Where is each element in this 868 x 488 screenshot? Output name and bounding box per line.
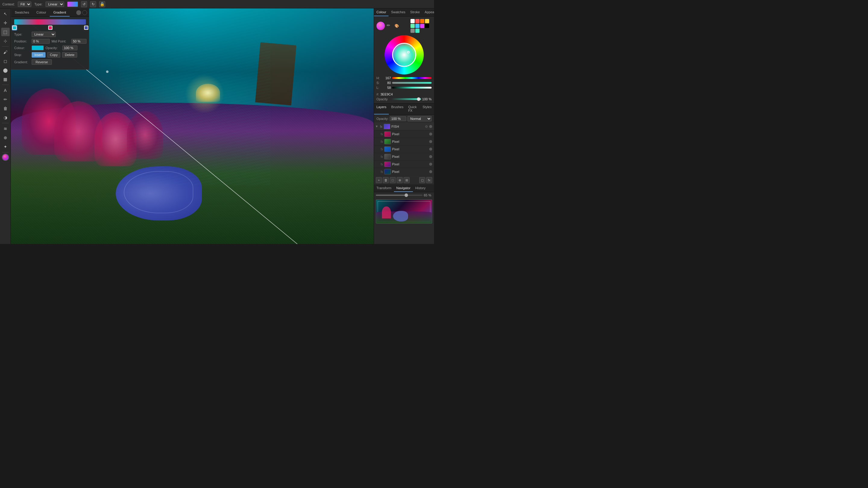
tool-move[interactable]: ✛ bbox=[1, 19, 10, 27]
lock-icon[interactable]: 🔒 bbox=[99, 1, 105, 7]
swatch-teal[interactable] bbox=[415, 29, 420, 33]
gradient-stop-mid[interactable] bbox=[48, 25, 52, 30]
opacity-label: Opacity: bbox=[45, 46, 61, 50]
tab-appearance[interactable]: Appearance bbox=[422, 8, 434, 16]
tool-eraser[interactable]: ◻ bbox=[1, 57, 10, 65]
swatch-red[interactable] bbox=[415, 19, 420, 23]
tool-crop[interactable]: ⊹ bbox=[1, 37, 10, 45]
panel-icon-1[interactable] bbox=[76, 10, 81, 15]
dot-4 bbox=[429, 163, 432, 166]
midpoint-input[interactable] bbox=[71, 39, 87, 44]
color-wheel[interactable] bbox=[384, 35, 424, 74]
zoom-handle[interactable] bbox=[404, 193, 408, 197]
tool-fill[interactable]: ⬤ bbox=[1, 66, 10, 74]
fx-btn[interactable]: fx bbox=[426, 177, 432, 183]
tool-text[interactable]: A bbox=[1, 86, 10, 95]
quick-fx-tab[interactable]: Quick FX bbox=[406, 104, 420, 115]
layer-item-1[interactable]: fx Pixel bbox=[374, 138, 434, 145]
gradient-bar[interactable] bbox=[14, 19, 86, 25]
tool-heal[interactable]: ✦ bbox=[1, 142, 10, 151]
swatch-yellow[interactable] bbox=[425, 19, 429, 23]
gradient-type-select[interactable]: Linear Radial Conical bbox=[32, 32, 56, 37]
merge-layer-btn[interactable]: ⊞ bbox=[404, 177, 410, 183]
tab-colour[interactable]: Colour bbox=[374, 8, 389, 16]
tab-swatches[interactable]: Swatches bbox=[389, 8, 408, 16]
tab-colour[interactable]: Colour bbox=[33, 9, 50, 17]
swatch-blue[interactable] bbox=[415, 24, 420, 28]
colour-row: Colour: Opacity: bbox=[11, 44, 89, 51]
mask-btn[interactable]: ◻ bbox=[419, 177, 425, 183]
stop-insert-btn[interactable]: Insert bbox=[32, 52, 45, 58]
tab-gradient[interactable]: Gradient bbox=[50, 9, 70, 17]
styles-tab[interactable]: Styles bbox=[420, 104, 434, 115]
opacity-bar[interactable] bbox=[391, 98, 421, 100]
layer-thumb-2 bbox=[384, 147, 391, 152]
swatch-black[interactable] bbox=[425, 24, 429, 28]
swatch-white[interactable] bbox=[410, 19, 415, 23]
context-select[interactable]: Fill bbox=[18, 1, 31, 7]
opacity-input[interactable] bbox=[62, 45, 78, 50]
swatch-orange[interactable] bbox=[420, 19, 424, 23]
panel-icon-2[interactable] bbox=[82, 10, 87, 15]
tool-pointer[interactable]: ↖ bbox=[1, 10, 10, 18]
stop-delete-btn[interactable]: Delete bbox=[62, 52, 77, 58]
zoom-bar[interactable] bbox=[376, 195, 423, 196]
tool-dodge[interactable]: ◑ bbox=[1, 113, 10, 122]
layer-item-0[interactable]: fx Pixel bbox=[374, 130, 434, 138]
gradient-stop-end[interactable] bbox=[84, 25, 88, 30]
color-swatch[interactable] bbox=[2, 154, 9, 161]
history-tab[interactable]: History bbox=[413, 185, 428, 192]
eyedropper-icon[interactable]: ✏ bbox=[387, 23, 393, 29]
group-layer-btn[interactable]: □ bbox=[390, 177, 396, 183]
jellyfish-body bbox=[196, 84, 220, 102]
opacity-handle[interactable] bbox=[417, 97, 421, 101]
type-select[interactable]: Linear Radial bbox=[45, 1, 64, 7]
layer-item-5[interactable]: fx Pixel bbox=[374, 168, 434, 175]
dot-3 bbox=[429, 155, 432, 158]
swatch-gray[interactable] bbox=[410, 29, 415, 33]
navigator-tab[interactable]: Navigator bbox=[394, 185, 413, 192]
layer-item-4[interactable]: fx Pixel bbox=[374, 161, 434, 168]
layers-tab[interactable]: Layers bbox=[374, 104, 389, 115]
gear-icon[interactable]: ⚙ bbox=[425, 125, 428, 129]
blend-mode-select[interactable]: Normal Multiply Screen Overlay bbox=[407, 116, 432, 121]
delete-layer-btn[interactable]: 🗑 bbox=[383, 177, 389, 183]
canvas-area[interactable]: Swatches Colour Gradient Type: bbox=[11, 8, 374, 244]
tab-stroke[interactable]: Stroke bbox=[408, 8, 422, 16]
gradient-preview[interactable] bbox=[67, 1, 78, 7]
layers-opacity-input[interactable] bbox=[390, 116, 406, 121]
stop-copy-btn[interactable]: Copy bbox=[47, 52, 61, 58]
layer-item-3[interactable]: fx Pixel bbox=[374, 153, 434, 161]
tool-brush[interactable]: 🖌 bbox=[1, 48, 10, 56]
h-bar[interactable] bbox=[392, 77, 432, 79]
position-input[interactable] bbox=[32, 39, 50, 44]
layer-thumb-3 bbox=[384, 154, 391, 159]
tool-clone[interactable]: ⊕ bbox=[1, 133, 10, 142]
primary-color[interactable] bbox=[376, 22, 385, 30]
brushes-tab[interactable]: Brushes bbox=[389, 104, 406, 115]
swatch-green[interactable] bbox=[410, 24, 415, 28]
tool-paint-bucket[interactable]: 🗑 bbox=[1, 104, 10, 113]
undo-icon[interactable]: ↺ bbox=[81, 1, 87, 7]
color-wheel-container[interactable] bbox=[384, 35, 424, 74]
add-layer-btn[interactable]: + bbox=[376, 177, 382, 183]
reverse-btn[interactable]: Reverse bbox=[32, 59, 52, 65]
tool-gradient[interactable]: ▦ bbox=[1, 75, 10, 84]
tool-eyedropper[interactable]: ✏ bbox=[1, 95, 10, 104]
layer-dot bbox=[429, 125, 432, 128]
colour-swatch[interactable] bbox=[32, 45, 44, 50]
layer-group[interactable]: ▼ fx FISH ⚙ bbox=[374, 123, 434, 130]
gradient-stop-0[interactable] bbox=[12, 25, 16, 30]
stop-row: Stop: Insert Copy Delete bbox=[11, 51, 89, 59]
redo-icon[interactable]: ↻ bbox=[90, 1, 96, 7]
layer-item-2[interactable]: fx Pixel bbox=[374, 145, 434, 153]
s-bar[interactable] bbox=[392, 82, 432, 84]
l-bar[interactable] bbox=[392, 87, 432, 89]
duplicate-layer-btn[interactable]: ⊕ bbox=[397, 177, 403, 183]
tool-select[interactable]: ⬚ bbox=[1, 28, 10, 36]
swatch-purple[interactable] bbox=[420, 24, 424, 28]
tool-smudge[interactable]: ≋ bbox=[1, 124, 10, 133]
tab-swatches[interactable]: Swatches bbox=[11, 9, 33, 17]
transform-tab[interactable]: Transform bbox=[374, 185, 394, 192]
palette-icon[interactable]: 🎨 bbox=[395, 24, 399, 28]
